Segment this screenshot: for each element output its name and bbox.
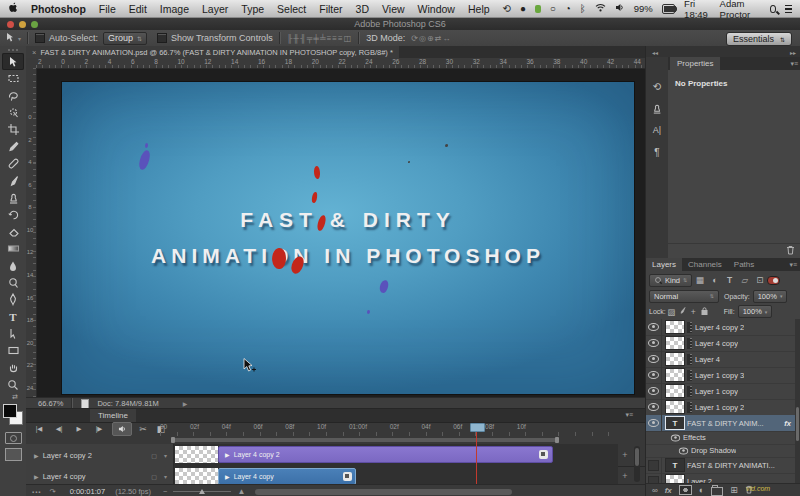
align-center-icon[interactable]: ╫ xyxy=(293,34,300,43)
play-button[interactable]: ▶ xyxy=(70,423,88,435)
visibility-eye-icon[interactable] xyxy=(648,371,659,379)
dropbox-status-icon[interactable]: ○ xyxy=(550,4,556,14)
align-middle-icon[interactable]: ╪ xyxy=(313,34,320,43)
track-disclosure-icon[interactable]: ▶ xyxy=(34,473,39,480)
add-adjustment-layer-icon[interactable]: ◐ xyxy=(699,485,704,495)
3d-rotate-icon[interactable]: ⟳ xyxy=(411,34,419,43)
first-frame-button[interactable]: |◀ xyxy=(30,423,48,435)
move-tool-preset-icon[interactable] xyxy=(5,32,17,45)
clip-layer-4-copy-2[interactable]: ▶ Layer 4 copy 2 xyxy=(218,446,553,463)
tab-paths[interactable]: Paths xyxy=(728,258,760,271)
layer-row[interactable]: Layer 1 copy 3 xyxy=(646,367,800,384)
menu-image[interactable]: Image xyxy=(160,3,189,15)
new-layer-icon[interactable]: ⊞ xyxy=(730,485,738,495)
menu-help[interactable]: Help xyxy=(468,3,490,15)
apple-menu-icon[interactable] xyxy=(8,2,18,15)
clip-settings-badge[interactable] xyxy=(343,472,352,481)
add-media-button[interactable]: + xyxy=(618,444,632,466)
timemachine-status-icon[interactable]: ◔ xyxy=(565,4,571,14)
track-disclosure-icon[interactable]: ▶ xyxy=(34,452,39,459)
filter-smart-objects-icon[interactable]: ⊡ xyxy=(752,275,767,285)
pen-tool[interactable] xyxy=(2,291,24,308)
zoom-level-field[interactable]: 66.67% xyxy=(38,399,63,408)
layer-row[interactable]: Layer 1 copy 2 xyxy=(646,399,800,416)
layer-row[interactable]: Layer 1 copy xyxy=(646,383,800,400)
blur-tool[interactable] xyxy=(2,257,24,274)
expand-dock-icon[interactable]: ▸▸ xyxy=(790,49,796,56)
mute-audio-button[interactable] xyxy=(112,422,132,436)
tab-properties[interactable]: Properties xyxy=(670,57,720,70)
layer-row-hidden[interactable]: T FAST & DIRTY ANIMATI... xyxy=(646,457,800,474)
layer-row[interactable]: Layer 4 copy xyxy=(646,335,800,352)
visibility-eye-icon[interactable] xyxy=(648,403,659,411)
opacity-value[interactable]: 100%▾ xyxy=(753,290,788,303)
hand-tool[interactable] xyxy=(2,359,24,376)
lock-transparency-icon[interactable]: ▨ xyxy=(666,307,677,317)
layer-thumbnail[interactable] xyxy=(666,353,684,365)
timeline-zoom-slider[interactable] xyxy=(173,491,231,492)
brush-tool[interactable] xyxy=(2,172,24,189)
layer-effects-fx-icon[interactable]: fx xyxy=(784,419,791,428)
tab-layers[interactable]: Layers xyxy=(646,258,682,271)
lasso-tool[interactable] xyxy=(2,87,24,104)
menu-select[interactable]: Select xyxy=(277,3,306,15)
add-layer-mask-icon[interactable] xyxy=(679,485,692,495)
screen-mode-button[interactable] xyxy=(5,448,22,461)
workspace-switcher-button[interactable]: Essentials⇅ xyxy=(726,32,792,46)
eraser-tool[interactable] xyxy=(2,223,24,240)
filter-pixel-layers-icon[interactable]: ▦ xyxy=(692,275,707,285)
render-video-icon[interactable]: ▪▪▪ xyxy=(32,489,41,495)
visibility-eye-icon[interactable] xyxy=(648,339,659,347)
add-media-button[interactable]: + xyxy=(618,466,632,484)
sync-status-icon[interactable]: ⟲ xyxy=(503,4,511,14)
visibility-eye-empty[interactable] xyxy=(648,476,659,484)
layer-thumbnail[interactable] xyxy=(666,337,684,349)
menu-clock[interactable]: Fri 18:49 xyxy=(684,0,711,20)
visibility-eye-empty[interactable] xyxy=(648,460,659,471)
menu-window[interactable]: Window xyxy=(418,3,455,15)
menu-type[interactable]: Type xyxy=(241,3,264,15)
layer-thumbnail[interactable] xyxy=(666,475,684,483)
filter-shape-layers-icon[interactable]: ▱ xyxy=(737,275,752,285)
shape-tool[interactable] xyxy=(2,342,24,359)
collapse-dock-icon[interactable]: ◂◂ xyxy=(652,49,658,56)
properties-panel-menu-icon[interactable]: ▾≡ xyxy=(790,60,798,68)
history-panel-icon[interactable]: ⟲ xyxy=(646,75,668,97)
new-group-icon[interactable] xyxy=(711,487,723,496)
swap-colors-icon[interactable]: ⇄ xyxy=(12,393,18,401)
menu-file[interactable]: File xyxy=(99,3,116,15)
text-layer-thumbnail[interactable]: T xyxy=(666,459,684,471)
text-layer-thumbnail[interactable]: T xyxy=(666,417,684,429)
menu-photoshop[interactable]: Photoshop xyxy=(31,3,86,15)
menu-user[interactable]: Adam Proctor xyxy=(720,0,761,20)
toolbar-grip[interactable] xyxy=(8,49,18,51)
app-status-icon[interactable]: ● xyxy=(520,4,526,14)
clone-source-panel-icon[interactable] xyxy=(646,97,668,119)
marquee-tool[interactable] xyxy=(2,70,24,87)
tab-channels[interactable]: Channels xyxy=(682,258,728,271)
playhead-marker[interactable] xyxy=(470,423,485,432)
character-panel-icon[interactable]: A| xyxy=(646,119,668,141)
layer-thumbnail[interactable] xyxy=(666,385,684,397)
status-options-icon[interactable]: ▶ xyxy=(183,400,188,407)
track-label-layer-4-copy[interactable]: ▶ Layer 4 copy ▢ ▾ xyxy=(26,466,174,484)
align-right-icon[interactable]: ╢ xyxy=(300,34,307,43)
lock-pixels-icon[interactable] xyxy=(677,306,688,317)
filter-toggle-switch[interactable] xyxy=(767,276,780,285)
visibility-eye-icon[interactable] xyxy=(671,434,680,441)
layer-row[interactable]: Layer 2 xyxy=(646,473,800,483)
timeline-tab[interactable]: Timeline xyxy=(90,409,136,422)
3d-slide-icon[interactable]: ⇄ xyxy=(435,34,443,43)
visibility-eye-icon[interactable] xyxy=(679,447,688,454)
align-bottom-icon[interactable]: ╧ xyxy=(320,34,327,43)
screen-record-status-icon[interactable] xyxy=(535,5,541,13)
blend-mode-dropdown[interactable]: Normal⇅ xyxy=(649,290,719,303)
canvas[interactable]: FAST & DIRTY ANIMATION IN PHOTOSHOP xyxy=(62,82,634,394)
clip-layer-4-copy[interactable]: ▶ Layer 4 copy xyxy=(218,468,356,484)
layer-thumbnail[interactable] xyxy=(666,369,684,381)
clone-stamp-tool[interactable] xyxy=(2,189,24,206)
document-tab[interactable]: × FAST & DIRTY ANIMATION.psd @ 66.7% (FA… xyxy=(26,46,399,58)
lock-all-icon[interactable] xyxy=(699,307,710,317)
next-frame-button[interactable]: |▶ xyxy=(90,423,108,435)
spotlight-icon[interactable] xyxy=(770,5,776,13)
